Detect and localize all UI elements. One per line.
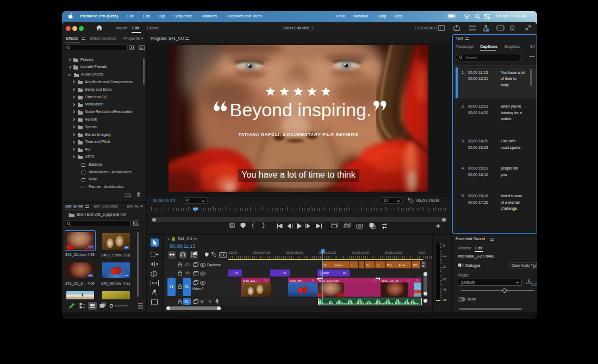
svg-text:32: 32 [140,46,144,49]
